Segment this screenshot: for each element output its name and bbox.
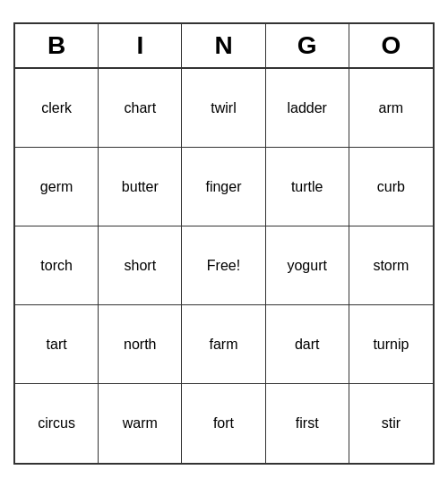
header-letter: O — [349, 24, 433, 67]
cell-r0-c0: clerk — [15, 69, 99, 148]
cell-r2-c4: storm — [349, 226, 433, 305]
cell-r1-c4: curb — [349, 148, 433, 226]
cell-r0-c3: ladder — [266, 69, 349, 148]
cell-r3-c2: farm — [182, 305, 265, 384]
header-letter: I — [99, 24, 182, 67]
cell-r4-c4: stir — [349, 384, 433, 463]
bingo-card: BINGO clerkcharttwirlladderarmgermbutter… — [13, 22, 435, 465]
cell-r2-c2: Free! — [182, 226, 265, 305]
cell-r2-c0: torch — [15, 226, 99, 305]
cell-r2-c1: short — [99, 226, 182, 305]
cell-r3-c1: north — [99, 305, 182, 384]
cell-r1-c0: germ — [15, 148, 99, 226]
cell-r0-c1: chart — [99, 69, 182, 148]
cell-r3-c0: tart — [15, 305, 99, 384]
header-letter: B — [15, 24, 99, 67]
header-letter: N — [182, 24, 265, 67]
header-letter: G — [266, 24, 349, 67]
cell-r4-c1: warm — [99, 384, 182, 463]
cell-r4-c2: fort — [182, 384, 265, 463]
cell-r2-c3: yogurt — [266, 226, 349, 305]
cell-r3-c4: turnip — [349, 305, 433, 384]
cell-r1-c3: turtle — [266, 148, 349, 226]
cell-r0-c4: arm — [349, 69, 433, 148]
cell-r1-c2: finger — [182, 148, 265, 226]
cell-r4-c3: first — [266, 384, 349, 463]
bingo-header: BINGO — [15, 24, 433, 69]
cell-r3-c3: dart — [266, 305, 349, 384]
bingo-grid: clerkcharttwirlladderarmgermbutterfinger… — [15, 69, 433, 463]
cell-r4-c0: circus — [15, 384, 99, 463]
cell-r1-c1: butter — [99, 148, 182, 226]
cell-r0-c2: twirl — [182, 69, 265, 148]
